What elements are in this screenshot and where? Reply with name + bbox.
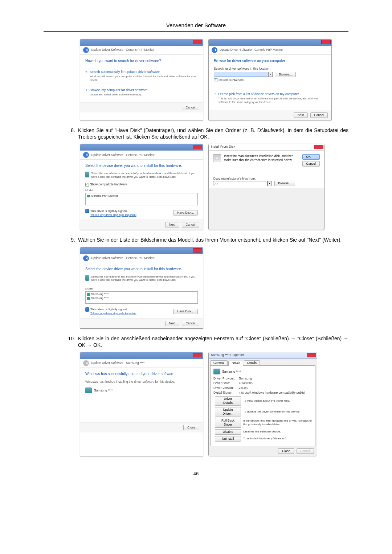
have-disk-button[interactable]: Have Disk... — [173, 210, 198, 216]
browse-button[interactable]: Browse... — [274, 181, 295, 186]
next-button[interactable]: Next — [294, 112, 308, 118]
update-driver-button[interactable]: Update Driver... — [215, 407, 241, 416]
breadcrumb: Update Driver Software - Samsung **** — [91, 361, 144, 365]
step-text: Klicken Sie auf "Have Disk" (Datenträger… — [78, 127, 348, 140]
next-button[interactable]: Next — [165, 321, 179, 326]
cancel-button[interactable]: Cancel — [182, 321, 199, 326]
back-icon[interactable] — [83, 47, 89, 53]
path-combo[interactable]: A:\ — [213, 181, 268, 186]
ok-button[interactable]: OK — [302, 154, 320, 160]
copy-from-label: Copy manufacturer's files from: — [213, 177, 320, 181]
wizard-search-window: Update Driver Software - Generic PnP Mon… — [80, 39, 203, 120]
disable-button[interactable]: Disable — [215, 429, 241, 435]
close-icon[interactable] — [307, 353, 316, 357]
device-icon — [85, 275, 89, 281]
wizard-success-window: Update Driver Software - Samsung **** Wi… — [80, 352, 203, 456]
show-compatible-checkbox[interactable] — [85, 183, 89, 186]
list-item-label: Generic PnP Monitor — [91, 194, 118, 198]
include-subfolders-label: Include subfolders — [219, 78, 244, 82]
version-value: 2.0.0.0 — [239, 386, 312, 390]
option-auto-search[interactable]: Search automatically for updated driver … — [85, 67, 198, 85]
list-item-label: Samsung **** — [91, 292, 109, 296]
cancel-button[interactable]: Cancel — [310, 112, 328, 118]
step-number: 8. — [67, 127, 78, 140]
back-icon[interactable] — [212, 47, 217, 53]
model-list[interactable]: Samsung **** Samsung **** — [85, 291, 198, 304]
option-desc: This list will show installed driver sof… — [218, 97, 326, 104]
device-icon — [213, 369, 220, 374]
close-icon[interactable] — [321, 40, 331, 44]
close-icon[interactable] — [193, 145, 202, 149]
dialog-title: Samsung **** Properties — [211, 353, 245, 357]
page-title: How do you want to search for driver sof… — [85, 58, 198, 63]
close-icon[interactable] — [193, 248, 202, 253]
include-subfolders-checkbox[interactable] — [214, 78, 217, 82]
page-title: Windows has successfully updated your dr… — [85, 372, 198, 376]
provider-key: Driver Provider: — [213, 377, 239, 381]
uninstall-desc: To uninstall the driver (Advanced). — [243, 437, 312, 440]
close-icon[interactable] — [193, 353, 202, 357]
location-combo[interactable] — [214, 72, 268, 77]
option-pick-from-list[interactable]: Let me pick from a list of device driver… — [214, 89, 326, 107]
option-title: Browse my computer for driver software — [90, 88, 147, 92]
tab-details[interactable]: Details — [244, 360, 260, 365]
install-from-disk-dialog: Install From Disk Insert the manufacture… — [208, 144, 324, 230]
list-item[interactable]: Samsung **** — [87, 296, 196, 300]
tab-driver[interactable]: Driver — [228, 361, 243, 366]
cancel-button[interactable]: Cancel — [302, 161, 320, 167]
breadcrumb: Update Driver Software - Generic PnP Mon… — [91, 48, 155, 52]
back-icon[interactable] — [83, 152, 89, 158]
breadcrumb: Update Driver Software - Generic PnP Mon… — [91, 256, 155, 260]
shield-icon — [85, 307, 89, 312]
have-disk-button[interactable]: Have Disk... — [173, 309, 198, 314]
list-item-label: Samsung **** — [91, 296, 109, 300]
signed-text: This driver is digitally signed. — [90, 209, 127, 213]
cancel-button[interactable]: Cancel — [182, 222, 199, 227]
close-icon[interactable] — [193, 40, 202, 44]
rollback-driver-button[interactable]: Roll Back Driver — [215, 418, 241, 427]
next-button[interactable]: Next — [165, 222, 179, 227]
date-key: Driver Date: — [213, 381, 239, 385]
dialog-message: Insert the manufacturer's installation d… — [224, 154, 298, 162]
step-text: Klicken Sie in den anschießend nacheinan… — [78, 335, 348, 348]
provider-value: Samsung — [239, 377, 312, 381]
browse-button[interactable]: Browse... — [275, 72, 295, 77]
list-item[interactable]: Generic PnP Monitor — [87, 194, 196, 198]
signing-link[interactable]: Tell me why driver signing is important — [90, 312, 136, 315]
signer-value: microsoft windows hardware compatibility… — [239, 391, 312, 395]
rollback-driver-desc: If the device fails after updating the d… — [243, 419, 312, 427]
signing-link[interactable]: Tell me why driver signing is important — [90, 213, 136, 217]
uninstall-button[interactable]: Uninstall — [215, 436, 241, 442]
disable-desc: Disables the selected device. — [243, 430, 312, 434]
option-desc: Windows will search your computer and th… — [90, 75, 197, 82]
close-button[interactable]: Close — [183, 425, 199, 430]
device-properties-dialog: Samsung **** Properties General Driver D… — [208, 352, 317, 456]
dialog-title: Install From Disk — [211, 145, 235, 148]
success-line: Windows has finished installing the driv… — [85, 380, 198, 384]
chevron-down-icon[interactable]: ▾ — [268, 181, 272, 186]
cancel-button[interactable]: Cancel — [182, 105, 199, 110]
shield-icon — [85, 209, 89, 213]
model-column-header: Model — [85, 287, 198, 291]
close-button[interactable]: Close — [278, 448, 294, 454]
model-list[interactable]: Generic PnP Monitor — [85, 193, 198, 205]
tab-general[interactable]: General — [210, 360, 228, 365]
chevron-down-icon[interactable]: ▾ — [268, 72, 273, 77]
back-icon[interactable] — [83, 255, 89, 261]
breadcrumb: Update Driver Software - Generic PnP Mon… — [91, 153, 155, 157]
instructions: Select the manufacturer and model of you… — [91, 172, 198, 179]
page-title: Select the device driver you want to ins… — [85, 163, 198, 168]
driver-details-button[interactable]: Driver Details — [215, 396, 241, 406]
close-icon[interactable] — [314, 145, 323, 149]
device-name: Samsung **** — [222, 370, 241, 374]
cancel-button: Cancel — [297, 448, 314, 454]
option-browse[interactable]: Browse my computer for driver software L… — [85, 85, 198, 99]
list-item[interactable]: Samsung **** — [87, 292, 196, 296]
device-icon — [85, 387, 92, 393]
page-title: Select the device driver you want to ins… — [85, 267, 198, 271]
monitor-icon — [87, 195, 90, 197]
page-number: 46 — [44, 471, 348, 477]
version-key: Driver Version: — [213, 386, 239, 390]
disk-icon — [213, 154, 221, 162]
device-icon — [85, 172, 89, 177]
